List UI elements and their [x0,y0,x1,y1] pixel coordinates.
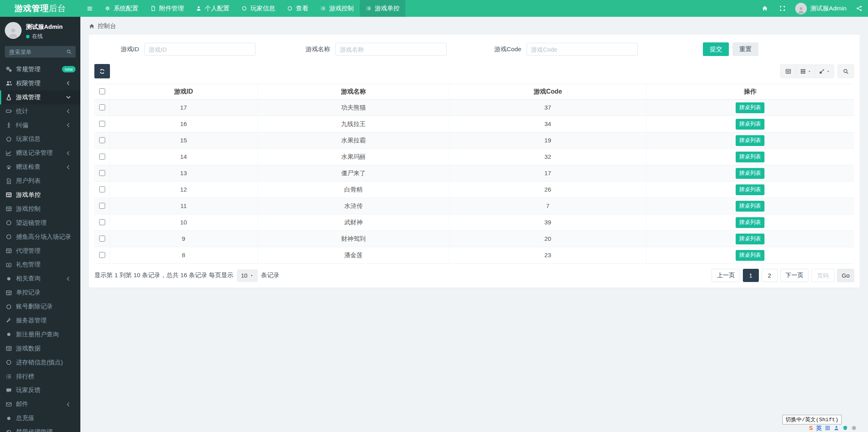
row-checkbox[interactable] [99,154,105,160]
search-button[interactable] [838,64,854,78]
shield-icon[interactable] [842,425,848,431]
table-list-button[interactable]: 牌桌列表 [736,119,764,130]
row-checkbox[interactable] [99,252,105,258]
sidebar-item-进存销信息(慎点)[interactable]: 进存销信息(慎点) [0,356,80,370]
user-menu[interactable]: 测试服Admin [791,0,850,17]
next-page-button[interactable]: 下一页 [780,269,808,282]
sidebar-item-游戏单控[interactable]: 游戏单控 [0,188,80,202]
nav-item-查看[interactable]: 查看 [281,0,314,17]
row-checkbox[interactable] [99,219,105,225]
sidebar-item-相关查询[interactable]: 相关查询 [0,272,80,286]
refresh-icon [99,68,105,74]
sidebar-item-统计[interactable]: 统计 [0,104,80,118]
sidebar-item-游戏控制[interactable]: 游戏控制 [0,202,80,216]
table-list-button[interactable]: 牌桌列表 [736,201,764,212]
sidebar-item-禁用代理管理[interactable]: 禁用代理管理 [0,425,80,432]
page-size-dropdown[interactable]: 10 [237,270,257,282]
user-icon[interactable] [834,425,839,431]
sidebar-item-玩家反馈[interactable]: 玩家反馈 [0,383,80,397]
paw-icon [6,164,12,170]
grid-icon[interactable] [825,425,830,431]
sidebar-item-邮件[interactable]: 邮件 [0,397,80,411]
nav-item-个人配置[interactable]: 个人配置 [190,0,235,17]
sidebar-item-新注册用户查询[interactable]: 新注册用户查询 [0,328,80,342]
table-list-button[interactable]: 牌桌列表 [736,184,764,195]
page-button-2[interactable]: 2 [762,269,778,282]
sidebar-item-赠送检查[interactable]: 赠送检查 [0,160,80,174]
nav-item-label: 游戏单控 [375,4,399,13]
circle-icon [6,136,12,142]
sidebar-item-权限管理[interactable]: 权限管理 [0,76,80,90]
row-checkbox[interactable] [99,203,105,209]
sidebar-item-服务器管理[interactable]: 服务器管理 [0,314,80,328]
nav-item-附件管理[interactable]: 附件管理 [144,0,190,17]
row-checkbox[interactable] [99,236,105,242]
sidebar-item-游戏管理[interactable]: 游戏管理 [0,90,80,104]
nav-item-系统配置[interactable]: 系统配置 [99,0,144,17]
filter-input-3[interactable] [527,43,638,56]
sidebar-item-总充值[interactable]: 总充值 [0,411,80,425]
row-checkbox[interactable] [99,170,105,176]
sidebar-item-捕鱼高分场入场记录[interactable]: 捕鱼高分场入场记录 [0,230,80,244]
reset-button[interactable]: 重置 [732,42,758,56]
pagination: 显示第 1 到第 10 条记录，总共 16 条记录 每页显示 10 条记录 上一… [94,264,854,282]
sidebar-item-用户列表[interactable]: 用户列表 [0,174,80,188]
sidebar-item-望远镜管理[interactable]: 望远镜管理 [0,216,80,230]
columns-button[interactable] [796,64,815,78]
lang-indicator[interactable]: 英 [816,425,822,431]
sidebar-item-账号删除记录[interactable]: 账号删除记录 [0,300,80,314]
action-cell: 牌桌列表 [646,100,854,116]
home-button[interactable] [756,0,774,17]
share-button[interactable] [850,0,868,17]
row-checkbox[interactable] [99,104,105,110]
table-list-button[interactable]: 牌桌列表 [736,102,764,113]
fullscreen-button[interactable] [774,0,791,17]
row-checkbox-cell [94,182,110,198]
prev-page-button[interactable]: 上一页 [712,269,740,282]
brand: 游戏管理后台 [0,0,80,17]
filter-input-2[interactable] [335,43,447,56]
row-checkbox[interactable] [99,186,105,192]
games-table: 游戏ID 游戏名称 游戏Code 操作 17功夫熊猫37牌桌列表16九线拉王34… [94,84,854,264]
sidebar-item-单控记录[interactable]: 单控记录 [0,286,80,300]
row-checkbox[interactable] [99,137,105,143]
chart-icon [6,150,12,156]
row-checkbox[interactable] [99,121,105,127]
sidebar-item-纠偏[interactable]: 纠偏 [0,118,80,132]
sidebar-item-游戏数据[interactable]: 游戏数据 [0,342,80,356]
select-all-checkbox[interactable] [99,88,105,94]
table-list-button[interactable]: 牌桌列表 [736,135,764,146]
sidebar-item-排行榜[interactable]: 排行榜 [0,370,80,384]
action-cell: 牌桌列表 [646,132,854,149]
sidebar-item-常规管理[interactable]: 常规管理new [0,62,80,76]
nav-item-游戏单控[interactable]: 游戏单控 [360,0,405,17]
menu-search-input[interactable] [5,46,62,58]
filter-label: 游戏Code [477,45,521,54]
table-list-button[interactable]: 牌桌列表 [736,234,764,244]
sidebar-toggle-button[interactable] [80,0,99,17]
table-list-button[interactable]: 牌桌列表 [736,168,764,179]
sidebar-item-礼包管理[interactable]: 礼包管理 [0,258,80,272]
table-list-button[interactable]: 牌桌列表 [736,250,764,261]
goto-page-input[interactable] [811,269,834,282]
menu-search-button[interactable] [62,46,76,58]
cog-icon[interactable] [851,425,857,431]
sidebar-item-代理管理[interactable]: 代理管理 [0,244,80,258]
nav-item-玩家信息[interactable]: 玩家信息 [235,0,281,17]
angle-left-icon [65,108,72,114]
sogou-indicator[interactable]: S [809,425,813,431]
submit-button[interactable]: 提交 [703,42,729,56]
sidebar-item-玩家信息[interactable]: 玩家信息 [0,132,80,146]
page-button-1[interactable]: 1 [743,269,759,282]
sidebar-item-赠送记录管理[interactable]: 赠送记录管理 [0,146,80,160]
sidebar-search [5,46,76,58]
go-button[interactable]: Go [837,269,854,282]
toggle-view-button[interactable] [780,64,796,78]
nav-item-游戏控制[interactable]: 游戏控制 [314,0,360,17]
export-button[interactable] [815,64,834,78]
cog-icon [851,425,857,431]
filter-input-1[interactable] [144,43,255,56]
refresh-button[interactable] [94,64,110,78]
table-list-button[interactable]: 牌桌列表 [736,152,764,162]
table-list-button[interactable]: 牌桌列表 [736,217,764,228]
